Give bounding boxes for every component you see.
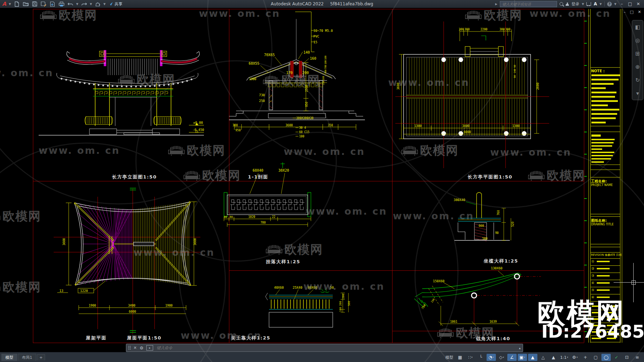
dim-label: 50 [330,286,334,289]
level-dim: ±0.00 [193,121,203,124]
new-file-button[interactable] [14,1,20,7]
autodesk-app-icon[interactable]: A [594,1,597,6]
doc-close-button[interactable]: ✕ [638,10,641,14]
dim-label: 70X65 [264,53,275,57]
dim-label: 300 [499,28,505,31]
open-folder-button[interactable] [23,1,29,7]
grid-icon[interactable]: ▦ [455,354,465,361]
account-icon[interactable] [566,3,569,6]
model-space-toggle[interactable]: 模型 [444,354,454,361]
kettle-dropdown-icon[interactable]: ▼ [103,3,106,6]
redo-button[interactable] [81,1,87,7]
doc-restore-button[interactable]: □ [630,10,633,14]
revision-row-marker: ④ [591,281,594,285]
save-button[interactable] [31,1,38,7]
tab-model[interactable]: 模型 [1,354,17,361]
titleblock-text-bar [607,318,616,320]
graphics-performance-icon[interactable]: ◯ [601,354,611,361]
dim-label: 760 [497,210,500,215]
sheet-line [392,9,392,343]
tab-layout1[interactable]: 布局1 [18,354,36,361]
customization-menu-icon[interactable]: ≡ [633,354,642,361]
open-from-web-button[interactable] [49,1,56,7]
help-icon[interactable]: ? [607,2,612,6]
status-toggles: 模型▦∷▾└◔▾◇▾∠▣▾▲△▲1:1▾⚙▾+▢◯✓⊡≡ [444,354,644,361]
titleblock-divider [590,177,620,177]
titleblock-text-bar [591,145,612,147]
undo-dropdown-icon[interactable]: ▼ [76,3,78,6]
drawing-title-plan: 长方亭平面图1:50 [468,174,512,180]
annotation-autoscale-icon[interactable]: △ [538,354,548,361]
workspace-gear-icon[interactable]: ⚙▾ [570,354,580,361]
drawing-canvas[interactable]: – □ ✕ [0,8,644,352]
command-close-icon[interactable]: ✕ [133,346,137,350]
orbit-icon[interactable]: ↻ [635,77,640,83]
logo-dropdown-icon[interactable]: ▼ [9,3,11,6]
clean-screen-icon[interactable]: ⊡ [622,354,631,361]
plus-icon[interactable]: + [581,354,590,361]
sheet-tick [584,132,587,132]
ortho-icon[interactable]: └ [476,354,486,361]
dim-label: 60X40 [253,168,263,172]
dim-label: 1639 [489,320,497,323]
redo-dropdown-icon[interactable]: ▼ [90,3,92,6]
osnap-tracking-icon[interactable]: ∠ [507,354,517,361]
snap-icon[interactable]: ∷▾ [466,354,475,361]
titleblock-text-bar [591,100,618,102]
command-input[interactable] [156,345,516,351]
viewcube-icon[interactable]: ◧ [635,24,640,30]
navigation-bar[interactable]: ◧◎⊞⊕↻▾ [632,20,643,100]
pan-icon[interactable]: ⊞ [635,50,640,57]
dim-label: 140 [303,50,310,54]
share-button[interactable]: 共享 [108,1,122,7]
titleblock-text-bar [607,338,616,339]
annotation-scale-icon[interactable]: ▲ [549,354,558,361]
search-expand-icon[interactable]: ▶ [495,3,497,6]
help-dropdown-icon[interactable]: ▼ [614,3,616,6]
dim-label: 250 [259,99,265,103]
search-icon[interactable] [560,2,563,6]
cart-icon[interactable] [586,2,591,6]
autocad-logo-icon[interactable]: A [2,1,6,7]
autodesk-dropdown-icon[interactable]: ▼ [600,3,602,6]
drawing-title-qiangjiao: 戗角大样1:40 [476,336,510,342]
sheet-tick [584,331,587,332]
isolate-objects-icon[interactable]: ▢ [591,354,600,361]
steering-wheel-icon[interactable]: ◎ [635,37,640,44]
minimize-button[interactable]: – [619,1,625,6]
section-drawing: 30~70 M5.0 PVC 15 70X65 140 160 60X55 17… [215,9,390,175]
login-dropdown-icon[interactable]: ▼ [582,3,584,6]
isometric-icon[interactable]: ◇▾ [497,354,506,361]
navbar-more-icon[interactable]: ▾ [636,90,639,97]
command-grip-handle[interactable] [128,346,131,350]
close-button[interactable]: ✕ [635,1,641,6]
login-button[interactable]: 登录 [571,1,579,7]
zoom-icon[interactable]: ⊕ [635,64,640,70]
osnap-icon[interactable]: ▣▾ [518,354,527,361]
kettle-icon[interactable] [94,1,101,7]
dim-label: 3600 [396,83,400,90]
dim-label: 3400 [128,304,135,307]
hardware-accel-icon[interactable]: ✓ [612,354,621,361]
tab-add-layout[interactable]: + [37,354,45,361]
search-input[interactable] [502,2,555,6]
plot-button[interactable] [58,1,65,7]
dim-label: 200 [302,71,309,75]
titleblock-text-bar [592,331,601,333]
status-bar: 模型布局1+ 模型▦∷▾└◔▾◇▾∠▣▾▲△▲1:1▾⚙▾+▢◯✓⊡≡ [0,352,644,362]
revision-row-marker: ⑥ [591,295,594,299]
command-history-icon[interactable]: ▴ [519,346,521,350]
titleblock-text-bar [591,158,611,160]
annotation-visibility-icon[interactable]: ▲ [528,354,537,361]
doc-minimize-button[interactable]: – [624,10,626,14]
maximize-button[interactable]: □ [627,1,633,6]
save-as-button[interactable] [40,1,47,7]
command-prompt-icon[interactable]: ▸ [146,345,153,351]
polar-tracking-icon[interactable]: ◔▾ [487,354,496,361]
dim-label: 1300 [249,77,256,81]
titleblock-text-bar [591,79,619,80]
scale-value[interactable]: 1:1▾ [559,354,569,361]
drawing-title-elevation: 长方亭立面图1:50 [112,174,157,180]
command-customize-icon[interactable]: ⚙ [140,346,143,351]
undo-button[interactable] [67,1,74,7]
